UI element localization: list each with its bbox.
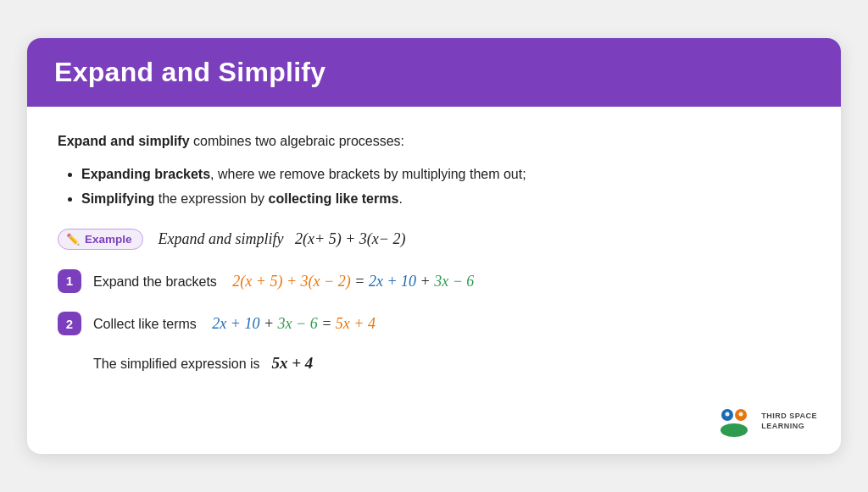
step-1-plus: + xyxy=(420,273,435,290)
tsl-logo-icon xyxy=(717,406,754,437)
step-1-content: Expand the brackets 2(x + 5) + 3(x − 2) … xyxy=(93,268,474,295)
step-2-result: 5x + 4 xyxy=(336,315,376,332)
bullet-list: Expanding brackets, where we remove brac… xyxy=(81,163,810,212)
final-statement: The simplified expression is 5x + 4 xyxy=(93,354,810,373)
step-1-math-green: 3x − 6 xyxy=(434,273,474,290)
example-formula: Expand and simplify 2(x + 5) + 3(x − 2) xyxy=(159,230,406,248)
step-1-math-orange: 2(x + 5) + 3(x − 2) xyxy=(232,273,354,290)
list-item: Simplifying the expression by collecting… xyxy=(81,187,810,212)
step-2-number: 2 xyxy=(58,312,81,335)
step-1-equals: = xyxy=(354,273,369,290)
card-body: Expand and simplify combines two algebra… xyxy=(27,107,841,399)
example-badge: ✏️ Example xyxy=(58,229,143,250)
step-2-label: Collect like terms xyxy=(93,317,197,331)
bullet2-bold2: collecting like terms xyxy=(269,191,399,206)
tsl-brand-text: THIRD SPACELEARNING xyxy=(761,412,817,431)
step-1-math-blue: 2x + 10 xyxy=(369,273,416,290)
list-item: Expanding brackets, where we remove brac… xyxy=(81,163,810,187)
svg-point-4 xyxy=(739,412,743,416)
intro-paragraph: Expand and simplify combines two algebra… xyxy=(58,130,810,152)
step-2-math-green: 3x − 6 xyxy=(278,315,318,332)
pencil-icon: ✏️ xyxy=(66,233,80,246)
final-math: 5x + 4 xyxy=(264,354,313,372)
intro-bold: Expand and simplify xyxy=(58,134,190,148)
svg-point-2 xyxy=(721,423,748,437)
card-footer: THIRD SPACELEARNING xyxy=(27,400,841,454)
step-2-math-blue: 2x + 10 xyxy=(212,315,259,332)
step-1-number: 1 xyxy=(58,269,81,293)
step-2-content: Collect like terms 2x + 10 + 3x − 6 = 5x… xyxy=(93,311,376,337)
bullet1-bold: Expanding brackets xyxy=(81,167,210,181)
svg-point-3 xyxy=(726,412,730,416)
final-text: The simplified expression is xyxy=(93,357,260,371)
example-row: ✏️ Example Expand and simplify 2(x + 5) … xyxy=(58,229,810,250)
card: Expand and Simplify Expand and simplify … xyxy=(27,38,841,453)
step-1-row: 1 Expand the brackets 2(x + 5) + 3(x − 2… xyxy=(58,268,810,295)
tsl-logo: THIRD SPACELEARNING xyxy=(717,406,817,437)
step-2-row: 2 Collect like terms 2x + 10 + 3x − 6 = … xyxy=(58,311,810,337)
step-2-plus: + xyxy=(264,315,278,332)
intro-rest: combines two algebraic processes: xyxy=(190,134,404,148)
bullet2-bold: Simplifying xyxy=(81,191,154,206)
example-badge-label: Example xyxy=(85,233,132,246)
page-title: Expand and Simplify xyxy=(54,57,814,88)
card-header: Expand and Simplify xyxy=(27,38,841,107)
step-2-equals: = xyxy=(321,315,336,332)
step-1-label: Expand the brackets xyxy=(93,274,217,289)
